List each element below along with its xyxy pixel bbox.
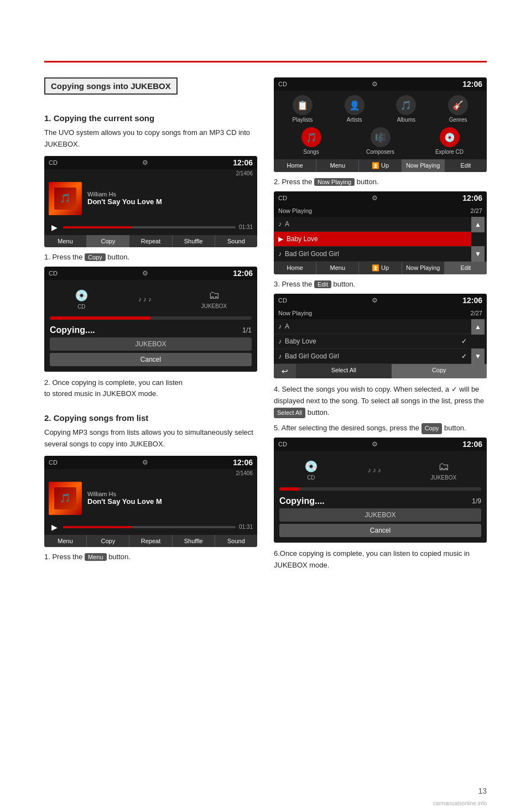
genres-icon: 🎸: [448, 95, 468, 115]
np-list-items-5: ♪ A ♪ Baby Love ✓ ♪ Bad Girl Good Girl ✓: [274, 319, 487, 364]
scroll-col-5: ▲ ▼: [471, 319, 487, 364]
album-art-1: 🎵: [49, 182, 82, 215]
right-column: CD ⚙ 12:06 📋 Playlists 👤 Artists 🎵 Album…: [274, 77, 487, 575]
scroll-up-5[interactable]: ▲: [471, 319, 485, 335]
progress-fill-1: [63, 226, 132, 228]
list-item-badgirl-4[interactable]: ♪ Bad Girl Good Girl: [274, 247, 471, 262]
scroll-down-4[interactable]: ▼: [471, 246, 485, 262]
scroll-col-4: ▲ ▼: [471, 217, 487, 262]
cancel-button-2[interactable]: Cancel: [279, 524, 481, 537]
nav-edit-4[interactable]: Edit: [445, 262, 487, 274]
screen-np-select: CD ⚙ 12:06 Now Playing 2/27 ♪ A ♪: [274, 294, 487, 378]
cd-icon: 💿: [75, 289, 88, 302]
copy-progress-bar-2: [279, 487, 481, 491]
nav-shuffle-1[interactable]: Shuffle: [173, 235, 215, 247]
list-item-babylove-5[interactable]: ♪ Baby Love ✓: [274, 334, 471, 349]
nav-nowplaying-3[interactable]: Now Playing: [402, 159, 445, 172]
nav-copy-1[interactable]: Copy: [87, 235, 129, 247]
select-all-button[interactable]: Select All: [296, 364, 392, 378]
album-art-inner-6: 🎵: [54, 487, 76, 509]
copy-to-box: 🗂 JUKEBOX: [201, 289, 227, 309]
menu-item-songs[interactable]: 🎵 Songs: [278, 127, 344, 155]
nav-shuffle-6[interactable]: Shuffle: [173, 535, 215, 547]
nav-home-4[interactable]: Home: [274, 262, 316, 274]
copy-progress-bar-1: [50, 316, 252, 320]
item-label-a: A: [285, 220, 289, 228]
list-item-a-5[interactable]: ♪ A: [274, 319, 471, 334]
nav-menu-4[interactable]: Menu: [316, 262, 359, 274]
body-text-2: Copying MP3 songs from lists allows you …: [44, 427, 257, 450]
nav-menu-3[interactable]: Menu: [316, 159, 359, 172]
music-note-6: 🎵: [60, 493, 71, 503]
step-text-complete-1: 2. Once copying is complete, you can lis…: [44, 377, 257, 400]
progress-track-1: [63, 226, 236, 228]
copying-text-2: Copying....: [279, 496, 325, 506]
list-item-badgirl-5[interactable]: ♪ Bad Girl Good Girl ✓: [274, 349, 471, 364]
music-icon-baby-5: ♪: [278, 337, 282, 345]
selectall-btn-inline: Select All: [274, 408, 305, 419]
screen-nav-1: Menu Copy Repeat Shuffle Sound: [44, 235, 257, 247]
cd-label-3: CD: [278, 81, 287, 87]
np-info-1: William Hs Don't Say You Love M: [87, 191, 253, 206]
item-label-badgirl-5: Bad Girl Good Girl: [285, 352, 339, 360]
progress-fill-6: [63, 526, 132, 528]
np-info-6: William Hs Don't Say You Love M: [87, 491, 253, 506]
settings-icon-3: ⚙: [372, 80, 378, 88]
copy-arrow-dots-2: ♪ ♪ ♪: [368, 466, 381, 474]
cd-icon-label: CD: [77, 304, 85, 310]
screen-copying-2: CD ⚙ 12:06 💿 CD ♪ ♪ ♪: [274, 438, 487, 543]
copy-screen-1: 💿 CD ♪ ♪ ♪ 🗂 JUKEBOX: [44, 280, 257, 372]
nav-copy-6[interactable]: Copy: [87, 535, 129, 547]
menu-item-albums[interactable]: 🎵 Albums: [382, 95, 431, 123]
np-header-label-5: Now Playing: [278, 310, 312, 316]
screen-np-list: CD ⚙ 12:06 Now Playing 2/27 ♪ A ▶: [274, 191, 487, 274]
menu-item-explore-cd[interactable]: 💿 Explore CD: [417, 127, 482, 155]
cancel-button-1[interactable]: Cancel: [50, 353, 252, 366]
list-item-babylove-4[interactable]: ▶ Baby Love: [274, 232, 471, 247]
nav-edit-3[interactable]: Edit: [445, 159, 487, 172]
menu-item-genres[interactable]: 🎸 Genres: [434, 95, 482, 123]
header-icons-6: ⚙: [142, 459, 148, 466]
scroll-up-4[interactable]: ▲: [471, 217, 485, 232]
copy-screen-2: 💿 CD ♪ ♪ ♪ 🗂 JUKEBOX: [274, 451, 487, 543]
nav-menu-1[interactable]: Menu: [44, 235, 87, 247]
jukebox-label-2: JUKEBOX: [279, 508, 481, 522]
nav-up-4[interactable]: ⏫ Up: [359, 262, 402, 274]
step-text-complete-2: 6.Once copying is complete, you can list…: [274, 548, 487, 571]
time-5: 12:06: [462, 296, 482, 305]
play-button-6[interactable]: ▶: [49, 522, 60, 533]
item-label-babylove-5: Baby Love: [285, 337, 316, 345]
music-icon-a: ♪: [278, 220, 282, 228]
nav-sound-6[interactable]: Sound: [215, 535, 257, 547]
item-label-babylove: Baby Love: [287, 235, 318, 243]
music-icon-badgirl-5: ♪: [278, 352, 282, 360]
copy-progress-fill-2: [279, 487, 300, 491]
menu-item-artists[interactable]: 👤 Artists: [330, 95, 379, 123]
back-button-5[interactable]: ↩: [274, 364, 296, 378]
nav-repeat-6[interactable]: Repeat: [129, 535, 172, 547]
track-count-1: 2/1406: [236, 170, 253, 176]
header-icons-2: ⚙: [142, 269, 148, 277]
nav-home-3[interactable]: Home: [274, 159, 316, 172]
nav-nowplaying-4[interactable]: Now Playing: [402, 262, 445, 274]
playlists-icon: 📋: [293, 95, 313, 115]
list-item-a-4[interactable]: ♪ A: [274, 217, 471, 232]
screen-header-3: CD ⚙ 12:06: [274, 77, 487, 91]
settings-icon-5: ⚙: [372, 296, 378, 304]
nav-menu-6[interactable]: Menu: [44, 535, 87, 547]
copy-arrow-dots: ♪ ♪ ♪: [138, 295, 152, 303]
play-button-1[interactable]: ▶: [49, 222, 60, 233]
menu-item-playlists[interactable]: 📋 Playlists: [278, 95, 327, 123]
menu-item-composers[interactable]: 🎼 Composers: [347, 127, 413, 155]
screen-header-4: CD ⚙ 12:06: [274, 191, 487, 205]
art-area-6: 🎵 William Hs Don't Say You Love M: [44, 477, 257, 519]
nav-sound-1[interactable]: Sound: [215, 235, 257, 247]
nav-repeat-1[interactable]: Repeat: [129, 235, 172, 247]
composers-label: Composers: [366, 149, 394, 155]
nav-up-3[interactable]: ⏫ Up: [359, 159, 402, 172]
copy-button-5[interactable]: Copy: [392, 364, 487, 378]
copy-btn-inline-2: Copy: [421, 423, 442, 434]
copying-count-1: 1/1: [242, 326, 252, 334]
copy-progress-fill-1: [50, 316, 151, 320]
scroll-down-5[interactable]: ▼: [471, 348, 485, 364]
